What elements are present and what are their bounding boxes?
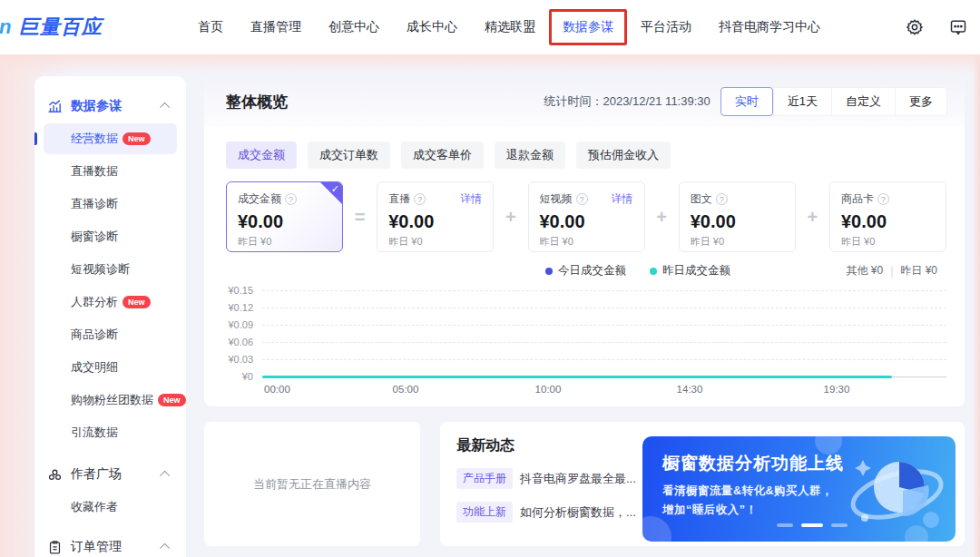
news-text: 如何分析橱窗数据，... bbox=[520, 504, 636, 521]
metric-yesterday: 昨日 ¥0 bbox=[691, 235, 784, 249]
chart-x-axis: 00:00 05:00 10:00 14:30 19:30 bbox=[213, 384, 946, 398]
banner-title: 橱窗数据分析功能上线 bbox=[662, 452, 844, 475]
help-icon[interactable] bbox=[877, 193, 889, 205]
banner-subtitle-2: 增加“睡后收入”！ bbox=[662, 503, 758, 518]
help-icon[interactable] bbox=[716, 193, 728, 205]
tab-avg-order-value[interactable]: 成交客单价 bbox=[401, 142, 484, 169]
legend-dot-today bbox=[545, 268, 553, 275]
nav-item-data-advisor[interactable]: 数据参谋 bbox=[563, 19, 613, 35]
sidebar-item-fanclub-data[interactable]: 购物粉丝团数据 New bbox=[44, 385, 177, 415]
new-badge: New bbox=[122, 132, 151, 145]
time-button-last-day[interactable]: 近1天 bbox=[773, 88, 831, 115]
sidebar-item-audience-analysis[interactable]: 人群分析 New bbox=[44, 287, 177, 318]
panel-title: 整体概览 bbox=[226, 92, 288, 112]
sidebar-group-label: 作者广场 bbox=[71, 466, 162, 483]
chart-legend: 今日成交金额 昨日成交金额 bbox=[545, 263, 730, 278]
sidebar-item-showcase-diagnosis[interactable]: 橱窗诊断 bbox=[44, 221, 177, 252]
sidebar: 数据参谋 经营数据 New 直播数据 直播诊断 橱窗诊断 短视频诊断 人群分析 … bbox=[34, 76, 186, 557]
detail-link[interactable]: 详情 bbox=[612, 191, 633, 207]
sidebar-item-transaction-details[interactable]: 成交明细 bbox=[44, 352, 177, 383]
live-content-card: 当前暂无正在直播内容 bbox=[204, 422, 420, 546]
plus-operator: + bbox=[796, 207, 829, 228]
sidebar-group-order-management[interactable]: 订单管理 bbox=[44, 530, 177, 557]
legend-today[interactable]: 今日成交金额 bbox=[545, 263, 626, 278]
new-badge: New bbox=[122, 296, 151, 308]
logo-prefix: in bbox=[0, 15, 13, 38]
nav-item-learning-center[interactable]: 抖音电商学习中心 bbox=[719, 19, 820, 35]
help-icon[interactable] bbox=[576, 193, 588, 205]
sidebar-group-label: 数据参谋 bbox=[71, 98, 162, 114]
sidebar-item-live-data[interactable]: 直播数据 bbox=[44, 156, 177, 187]
nav-item-live-management[interactable]: 直播管理 bbox=[250, 19, 301, 35]
sidebar-group-author-plaza[interactable]: 作者广场 bbox=[44, 457, 177, 492]
sidebar-item-favorite-authors[interactable]: 收藏作者 bbox=[44, 492, 177, 523]
active-indicator-bar bbox=[34, 132, 37, 145]
help-icon[interactable] bbox=[285, 193, 297, 205]
nav-icon-group bbox=[906, 18, 967, 36]
divider: | bbox=[890, 265, 893, 278]
orders-clipboard-icon bbox=[47, 539, 64, 555]
sidebar-item-business-data[interactable]: 经营数据 New bbox=[44, 123, 177, 154]
time-button-realtime[interactable]: 实时 bbox=[720, 87, 773, 116]
banner-subtitle-1: 看清橱窗流量&转化&购买人群， bbox=[662, 484, 833, 499]
settings-gear-icon[interactable] bbox=[906, 18, 924, 36]
sidebar-group-label: 订单管理 bbox=[71, 539, 162, 555]
metric-value: ¥0.00 bbox=[540, 211, 633, 232]
help-icon[interactable] bbox=[414, 193, 426, 205]
logo-text: 巨量百应 bbox=[19, 15, 103, 38]
nav-item-selected-alliance[interactable]: 精选联盟 bbox=[485, 19, 535, 35]
equals-operator: = bbox=[343, 207, 377, 228]
tab-estimated-commission[interactable]: 预估佣金收入 bbox=[576, 142, 671, 169]
plus-operator: + bbox=[645, 207, 679, 228]
metric-value: ¥0.00 bbox=[841, 211, 935, 232]
metric-value: ¥0.00 bbox=[238, 211, 331, 232]
legend-dot-yesterday bbox=[650, 268, 657, 275]
nav-item-growth-center[interactable]: 成长中心 bbox=[407, 19, 457, 35]
trend-chart: 今日成交金额 昨日成交金额 其他 ¥0 | 昨日 ¥0 ¥0.15 ¥0.12 … bbox=[213, 263, 946, 401]
stat-time: 统计时间：2023/12/21 11:39:30 bbox=[544, 93, 710, 110]
news-tag[interactable]: 产品手册 bbox=[456, 468, 513, 489]
plus-operator: + bbox=[494, 207, 527, 228]
nav-item-creative-center[interactable]: 创意中心 bbox=[328, 19, 379, 35]
metric-card-product-card[interactable]: 商品卡 ¥0.00 昨日 ¥0 bbox=[829, 181, 946, 252]
page-background: 数据参谋 经营数据 New 直播数据 直播诊断 橱窗诊断 短视频诊断 人群分析 … bbox=[0, 54, 980, 557]
news-text: 抖音电商罗盘最全最... bbox=[520, 471, 636, 487]
metric-card-image-text[interactable]: 图文 ¥0.00 昨日 ¥0 bbox=[679, 181, 796, 252]
top-nav: in 巨量百应 首页 直播管理 创意中心 成长中心 精选联盟 数据参谋 平台活动… bbox=[0, 0, 980, 54]
sidebar-item-traffic-data[interactable]: 引流数据 bbox=[44, 417, 177, 448]
metric-yesterday: 昨日 ¥0 bbox=[388, 235, 482, 249]
promo-banner[interactable]: 橱窗数据分析功能上线 看清橱窗流量&转化&购买人群， 增加“睡后收入”！ bbox=[642, 436, 956, 542]
legend-yesterday[interactable]: 昨日成交金额 bbox=[650, 263, 730, 278]
sidebar-item-product-diagnosis[interactable]: 商品诊断 bbox=[44, 319, 177, 350]
pagination-dot[interactable] bbox=[777, 523, 793, 527]
sidebar-group-data-advisor[interactable]: 数据参谋 bbox=[44, 89, 177, 123]
pagination-dot-active[interactable] bbox=[801, 523, 823, 527]
new-badge: New bbox=[158, 394, 186, 406]
metric-tabs: 成交金额 成交订单数 成交客单价 退款金额 预估佣金收入 bbox=[226, 142, 965, 169]
sidebar-item-live-diagnosis[interactable]: 直播诊断 bbox=[44, 189, 177, 220]
metric-yesterday: 昨日 ¥0 bbox=[540, 235, 633, 249]
metric-card-short-video[interactable]: 短视频详情 ¥0.00 昨日 ¥0 bbox=[528, 181, 645, 252]
metric-value: ¥0.00 bbox=[691, 211, 784, 232]
time-button-more[interactable]: 更多 bbox=[895, 88, 946, 115]
yesterday-series-line bbox=[262, 376, 892, 378]
pie-chart-illustration bbox=[843, 440, 950, 542]
app-logo[interactable]: in 巨量百应 bbox=[0, 14, 103, 41]
overview-panel: 整体概览 统计时间：2023/12/21 11:39:30 实时 近1天 自定义… bbox=[204, 76, 965, 406]
tab-transaction-amount[interactable]: 成交金额 bbox=[226, 142, 297, 169]
messages-icon[interactable] bbox=[949, 18, 967, 36]
time-button-custom[interactable]: 自定义 bbox=[831, 88, 895, 115]
sidebar-item-video-diagnosis[interactable]: 短视频诊断 bbox=[44, 254, 177, 285]
news-tag[interactable]: 功能上新 bbox=[456, 502, 513, 523]
metric-card-live[interactable]: 直播详情 ¥0.00 昨日 ¥0 bbox=[377, 181, 494, 252]
metric-yesterday: 昨日 ¥0 bbox=[238, 235, 331, 249]
tab-refund-amount[interactable]: 退款金额 bbox=[495, 142, 565, 169]
nav-item-platform-activities[interactable]: 平台活动 bbox=[641, 19, 691, 35]
tab-order-count[interactable]: 成交订单数 bbox=[308, 142, 390, 169]
live-empty-text: 当前暂无正在直播内容 bbox=[253, 476, 371, 493]
nav-item-home[interactable]: 首页 bbox=[198, 19, 223, 35]
chart-extra-summary: 其他 ¥0 | 昨日 ¥0 bbox=[847, 263, 938, 278]
authors-group-icon bbox=[47, 466, 64, 483]
detail-link[interactable]: 详情 bbox=[460, 191, 482, 207]
metric-card-total[interactable]: ✓ 成交金额 ¥0.00 昨日 ¥0 bbox=[226, 181, 343, 252]
